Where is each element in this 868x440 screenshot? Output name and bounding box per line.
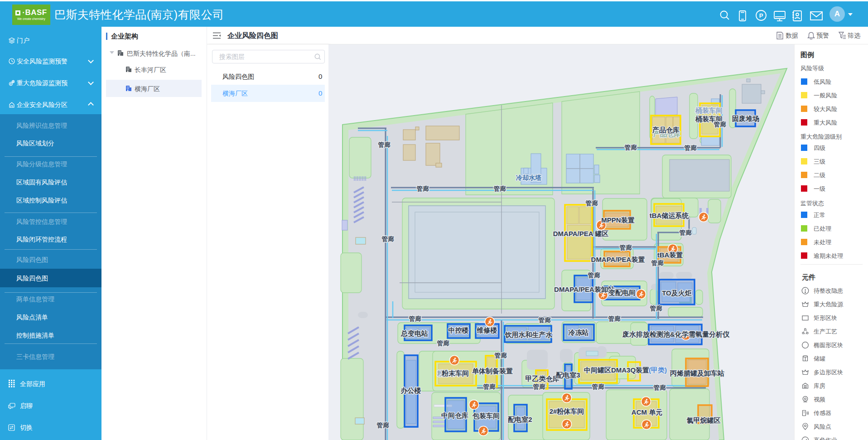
svg-text:废水排放检测池&化学需氧量分析仪: 废水排放检测池&化学需氧量分析仪 (622, 330, 730, 338)
svg-text:管廊: 管廊 (483, 383, 496, 390)
svg-text:(甲类): (甲类) (649, 366, 667, 374)
svg-text:甲乙类仓库: 甲乙类仓库 (526, 375, 559, 382)
svg-text:管廊: 管廊 (651, 260, 664, 266)
svg-text:粉末车间: 粉末车间 (441, 369, 469, 377)
svg-text:管廊: 管廊 (416, 185, 429, 192)
svg-text:DMAPA/PEA 罐区: DMAPA/PEA 罐区 (553, 230, 609, 237)
svg-text:管廊: 管廊 (592, 383, 605, 390)
svg-text:单体制备装置: 单体制备装置 (472, 367, 513, 375)
svg-text:管廊: 管廊 (409, 315, 422, 322)
svg-text:TO及火炬: TO及火炬 (662, 289, 692, 297)
svg-text:总变电站: 总变电站 (400, 329, 428, 337)
svg-text:tBA装置: tBA装置 (657, 251, 683, 259)
svg-text:变配电间: 变配电间 (608, 289, 636, 296)
svg-text:氯甲烷罐区: 氯甲烷罐区 (686, 416, 721, 424)
svg-text:配电室2: 配电室2 (508, 416, 532, 423)
svg-text:tBA储运系统: tBA储运系统 (650, 212, 690, 219)
svg-text:管廊: 管廊 (376, 422, 390, 429)
svg-text:中间仓库: 中间仓库 (441, 411, 468, 419)
svg-text:中控楼: 中控楼 (448, 326, 469, 334)
svg-text:冷却水塔: 冷却水塔 (516, 174, 542, 181)
svg-text:管廊: 管廊 (533, 383, 546, 390)
svg-text:管廊: 管廊 (650, 305, 663, 312)
svg-text:管廊: 管廊 (437, 340, 450, 347)
svg-text:配电室3: 配电室3 (556, 371, 580, 379)
svg-text:产品仓库: 产品仓库 (652, 126, 680, 134)
svg-text:P: P (759, 12, 763, 19)
svg-text:管廊: 管廊 (378, 141, 391, 148)
svg-text:中间罐区DMA3Q装置: 中间罐区DMA3Q装置 (584, 366, 649, 374)
svg-text:管廊: 管廊 (624, 144, 637, 151)
svg-text:桶装车间: 桶装车间 (695, 106, 723, 114)
svg-text:管廊: 管廊 (494, 352, 507, 359)
svg-text:管廊: 管廊 (493, 185, 506, 192)
svg-text:固废堆场: 固废堆场 (732, 115, 759, 122)
svg-text:管廊: 管廊 (608, 315, 621, 322)
svg-text:2#粉体车间: 2#粉体车间 (550, 407, 584, 415)
svg-text:包装车间: 包装车间 (472, 412, 500, 420)
svg-text:ACM 单元: ACM 单元 (632, 408, 662, 416)
svg-text:丙烯腈罐及卸车站: 丙烯腈罐及卸车站 (670, 369, 724, 377)
svg-text:维修楼: 维修楼 (477, 326, 497, 334)
svg-text:管廊: 管廊 (588, 272, 601, 279)
svg-text:管廊: 管廊 (585, 200, 598, 207)
svg-text:办公楼: 办公楼 (400, 387, 421, 394)
svg-text:管廊: 管廊 (653, 384, 666, 391)
svg-text:DMAPA/PEA装卸站: DMAPA/PEA装卸站 (554, 285, 615, 293)
svg-text:管廊: 管廊 (679, 229, 692, 236)
svg-text:管廊: 管廊 (714, 121, 727, 128)
svg-text:管廊: 管廊 (619, 244, 632, 251)
svg-text:管廊: 管廊 (684, 145, 697, 151)
svg-text:冷冻站: 冷冻站 (569, 329, 589, 336)
svg-text:管廊: 管廊 (538, 317, 551, 324)
svg-text:DMAPA/PEA装置: DMAPA/PEA装置 (591, 256, 645, 263)
svg-text:管廊: 管廊 (381, 236, 395, 242)
svg-text:饮用水和生产水: 饮用水和生产水 (505, 331, 553, 338)
svg-text:MPPN装置: MPPN装置 (601, 216, 634, 224)
